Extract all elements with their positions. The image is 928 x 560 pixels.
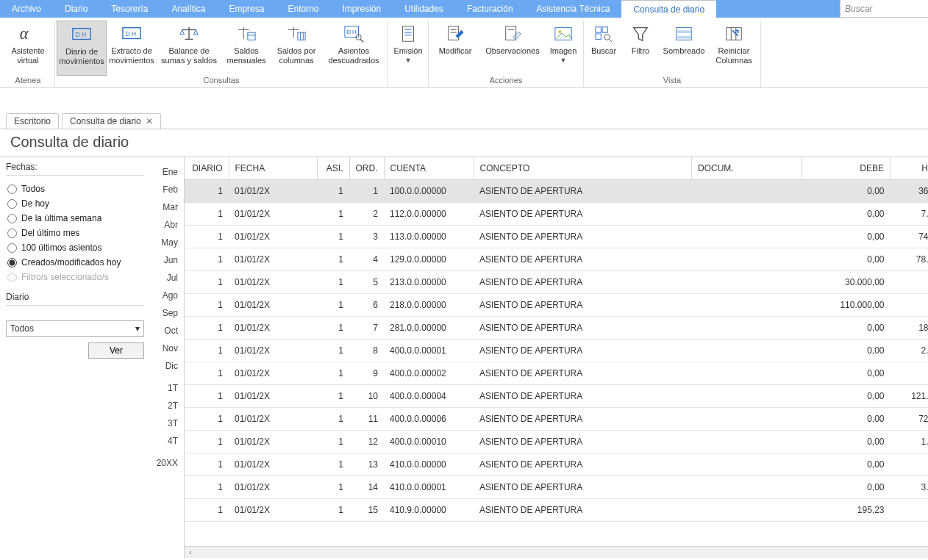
period-3t[interactable]: 3T (150, 414, 184, 432)
period-ago[interactable]: Ago (150, 287, 184, 304)
table-row[interactable]: 101/01/2X15213.0.0.00000ASIENTO DE APERT… (185, 271, 928, 294)
column-header-concepto[interactable]: CONCEPTO (474, 157, 692, 180)
menu-item-tesorer-a[interactable]: Tesorería (99, 0, 160, 18)
buscar-button[interactable]: Buscar (585, 21, 622, 76)
saldos-mensuales-button[interactable]: Saldosmensuales (221, 21, 271, 76)
ver-button[interactable]: Ver (88, 342, 144, 359)
saldos-columnas-button[interactable]: Saldos porcolumnas (271, 21, 321, 76)
menu-item-impresi-n[interactable]: Impresión (330, 0, 393, 18)
period-oct[interactable]: Oct (150, 322, 184, 340)
cell-asi: 1 (317, 203, 349, 226)
table-row[interactable]: 101/01/2X14129.0.0.00000ASIENTO DE APERT… (185, 248, 928, 271)
filter-option[interactable]: 100 últimos asientos (6, 240, 144, 255)
table-row[interactable]: 101/01/2X19400.0.0.00002ASIENTO DE APERT… (185, 362, 928, 385)
filter-option[interactable]: Creados/modificados hoy (6, 255, 144, 270)
extracto-movimientos-button[interactable]: D HExtracto demovimientos (107, 21, 157, 76)
sombreado-button[interactable]: Sombreado (659, 21, 709, 76)
table-row[interactable]: 101/01/2X18400.0.0.00001ASIENTO DE APERT… (185, 340, 928, 362)
filter-option[interactable]: De la última semana (6, 211, 144, 226)
column-header-asi[interactable]: ASI. (317, 157, 349, 180)
period-nov[interactable]: Nov (150, 340, 184, 357)
period-20xx[interactable]: 20XX (150, 454, 184, 472)
search-input[interactable]: Buscar (840, 0, 928, 18)
table-row[interactable]: 101/01/2X114410.0.0.00001ASIENTO DE APER… (185, 476, 928, 499)
period-4t[interactable]: 4T (150, 432, 184, 450)
period-may[interactable]: May (150, 234, 184, 251)
ribbon-button-label: Modificar (439, 46, 472, 56)
menu-item-archivo[interactable]: Archivo (0, 0, 53, 18)
radio-input[interactable] (7, 229, 17, 238)
filter-option[interactable]: Todos (6, 182, 144, 196)
menubar: ArchivoDiarioTesoreríaAnalíticaEmpresaEn… (0, 0, 928, 18)
cell-concepto: ASIENTO DE APERTURA (474, 271, 692, 294)
table-row[interactable]: 101/01/2X11100.0.0.00000ASIENTO DE APERT… (185, 180, 928, 203)
cell-debe: 0,00 (802, 317, 890, 340)
diario-dropdown[interactable]: Todos ▾ (6, 320, 144, 337)
filter-option[interactable]: De hoy (6, 196, 144, 211)
diario-movimientos-button[interactable]: D HDiario demovimientos (57, 21, 107, 76)
scroll-left-icon[interactable]: ‹ (185, 547, 196, 559)
svg-rect-14 (298, 32, 305, 40)
tab-consulta-de-diario[interactable]: Consulta de diario✕ (62, 113, 161, 129)
menu-item-utilidades[interactable]: Utilidades (393, 0, 455, 18)
column-header-haber[interactable]: H (890, 157, 929, 180)
radio-input[interactable] (7, 184, 17, 194)
column-header-diario[interactable]: DIARIO (185, 157, 229, 180)
reiniciar-columnas-button[interactable]: ReiniciarColumnas (709, 21, 759, 76)
period-1t[interactable]: 1T (150, 379, 184, 397)
period-2t[interactable]: 2T (150, 397, 184, 414)
period-jun[interactable]: Jun (150, 251, 184, 269)
table-row[interactable]: 101/01/2X110400.0.0.00004ASIENTO DE APER… (185, 385, 928, 408)
menu-item-diario[interactable]: Diario (53, 0, 99, 18)
table-row[interactable]: 101/01/2X115410.9.0.00000ASIENTO DE APER… (185, 499, 928, 522)
table-row[interactable]: 101/01/2X112400.0.0.00010ASIENTO DE APER… (185, 431, 928, 453)
period-jul[interactable]: Jul (150, 269, 184, 287)
ribbon-group: ModificarObservacionesImagen▼Acciones (429, 21, 584, 87)
close-icon[interactable]: ✕ (146, 116, 153, 126)
cell-fecha: 01/01/2X (229, 453, 317, 476)
column-header-ord[interactable]: ORD. (349, 157, 384, 180)
asistente-virtual-button[interactable]: αAsistentevirtual (3, 21, 53, 76)
table-row[interactable]: 101/01/2X111400.0.0.00006ASIENTO DE APER… (185, 408, 928, 431)
menu-item-facturaci-n[interactable]: Facturación (455, 0, 525, 18)
table-row[interactable]: 101/01/2X12112.0.0.00000ASIENTO DE APERT… (185, 203, 928, 226)
tab-escritorio[interactable]: Escritorio (6, 113, 59, 129)
horizontal-scrollbar[interactable]: ‹ (185, 546, 928, 558)
menu-item-empresa[interactable]: Empresa (217, 0, 276, 18)
emision-button[interactable]: Emisión▼ (390, 21, 426, 85)
balance-sumas-saldos-button[interactable]: Balance desumas y saldos (157, 21, 221, 76)
filter-option[interactable]: Del último mes (6, 226, 144, 240)
data-grid[interactable]: DIARIOFECHAASI.ORD.CUENTACONCEPTODOCUM.D… (185, 157, 928, 522)
period-ene[interactable]: Ene (150, 163, 184, 181)
table-row[interactable]: 101/01/2X113410.0.0.00000ASIENTO DE APER… (185, 453, 928, 476)
cell-debe: 0,00 (802, 340, 890, 362)
period-mar[interactable]: Mar (150, 198, 184, 216)
menu-item-entorno[interactable]: Entorno (276, 0, 330, 18)
column-header-fecha[interactable]: FECHA (229, 157, 317, 180)
asientos-descuadrados-button[interactable]: D HAsientosdescuadrados (321, 21, 386, 76)
menu-item-consulta-de-diario[interactable]: Consulta de diario (621, 0, 716, 18)
column-header-docum[interactable]: DOCUM. (692, 157, 802, 180)
period-feb[interactable]: Feb (150, 181, 184, 198)
column-header-cuenta[interactable]: CUENTA (384, 157, 474, 180)
radio-input[interactable] (7, 214, 17, 223)
table-row[interactable]: 101/01/2X17281.0.0.00000ASIENTO DE APERT… (185, 317, 928, 340)
radio-input[interactable] (7, 199, 17, 209)
menu-item-anal-tica[interactable]: Analítica (160, 0, 217, 18)
column-header-debe[interactable]: DEBE (802, 157, 890, 180)
imagen-button[interactable]: Imagen▼ (545, 21, 582, 76)
period-abr[interactable]: Abr (150, 216, 184, 234)
cell-fecha: 01/01/2X (229, 499, 317, 522)
modificar-button[interactable]: Modificar (430, 21, 480, 76)
period-dic[interactable]: Dic (150, 357, 184, 375)
menu-item-asistencia-t-cnica[interactable]: Asistencia Técnica (525, 0, 622, 18)
cell-concepto: ASIENTO DE APERTURA (474, 317, 692, 340)
table-row[interactable]: 101/01/2X13113.0.0.00000ASIENTO DE APERT… (185, 226, 928, 248)
radio-input[interactable] (7, 243, 17, 253)
shade-icon (671, 23, 696, 45)
observaciones-button[interactable]: Observaciones (480, 21, 545, 76)
radio-input[interactable] (7, 258, 17, 268)
period-sep[interactable]: Sep (150, 304, 184, 322)
table-row[interactable]: 101/01/2X16218.0.0.00000ASIENTO DE APERT… (185, 294, 928, 317)
filtro-button[interactable]: Filtro (622, 21, 659, 76)
